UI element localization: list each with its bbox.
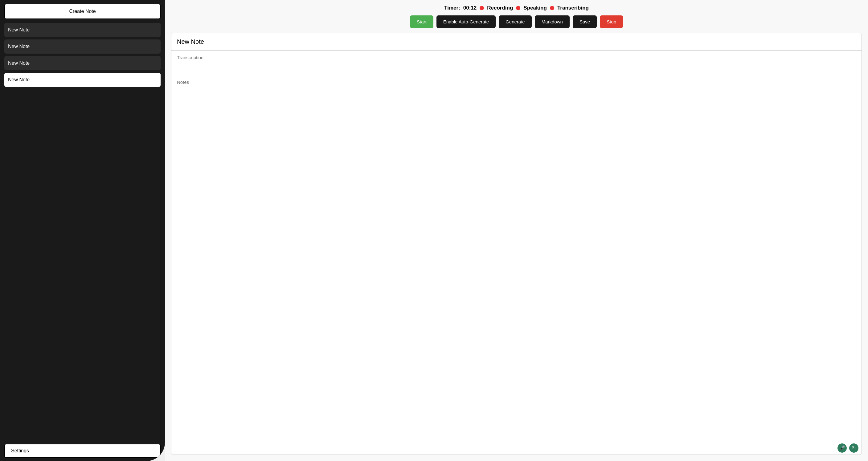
auto-generate-button[interactable]: Enable Auto-Generate — [436, 16, 496, 28]
sidebar-item-note-4[interactable]: New Note — [4, 73, 161, 87]
transcription-textarea[interactable] — [172, 51, 862, 75]
sidebar: Create Note New Note New Note New Note N… — [0, 0, 165, 461]
timer-value: 00:12 — [463, 5, 476, 11]
main-content: Timer: 00:12 Recording Speaking Transcri… — [165, 0, 868, 461]
stop-button[interactable]: Stop — [600, 16, 623, 28]
settings-button[interactable]: Settings — [4, 444, 161, 458]
note-title-input[interactable] — [172, 33, 862, 51]
refresh-icon-button[interactable]: ↻ — [849, 443, 859, 453]
transcribing-dot — [550, 6, 554, 10]
create-note-button[interactable]: Create Note — [4, 4, 161, 19]
transcribing-label: Transcribing — [557, 5, 589, 11]
notes-textarea[interactable] — [172, 75, 862, 441]
recording-label: Recording — [487, 5, 513, 11]
start-button[interactable]: Start — [410, 16, 433, 28]
status-bar: Timer: 00:12 Recording Speaking Transcri… — [171, 5, 862, 11]
save-button[interactable]: Save — [573, 16, 597, 28]
notes-footer: 🎤 ↻ — [172, 441, 862, 455]
timer-label: Timer: — [444, 5, 460, 11]
sidebar-item-note-3[interactable]: New Note — [4, 56, 161, 70]
generate-button[interactable]: Generate — [499, 16, 532, 28]
speaking-dot — [516, 6, 520, 10]
speaking-label: Speaking — [523, 5, 547, 11]
recording-dot — [479, 6, 484, 10]
toolbar: Start Enable Auto-Generate Generate Mark… — [171, 16, 862, 28]
note-editor: 🎤 ↻ — [171, 33, 862, 455]
markdown-button[interactable]: Markdown — [535, 16, 569, 28]
microphone-icon-button[interactable]: 🎤 — [837, 443, 847, 453]
sidebar-item-note-2[interactable]: New Note — [4, 39, 161, 54]
sidebar-item-note-1[interactable]: New Note — [4, 23, 161, 37]
